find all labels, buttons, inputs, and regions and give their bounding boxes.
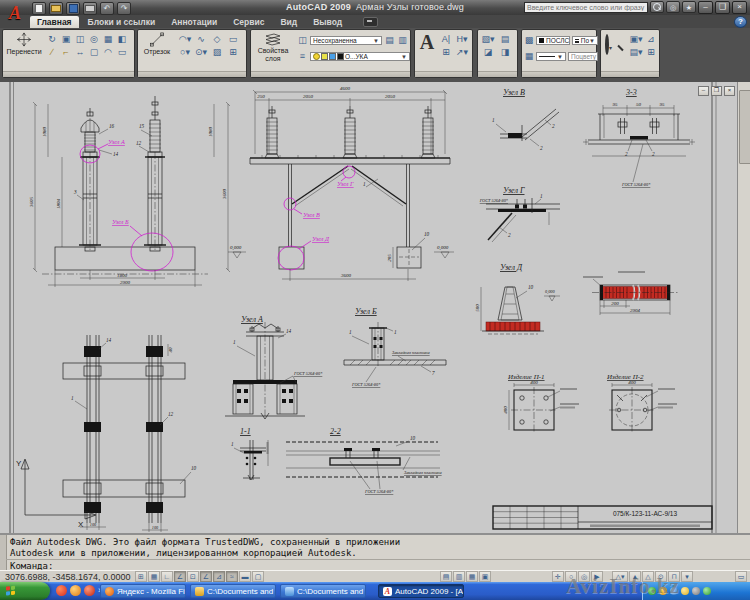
autocad-menu-browser-button[interactable]: A xyxy=(2,0,28,27)
osnap-toggle[interactable]: ⊡ xyxy=(187,571,199,582)
tab-bloki-i-ssylki[interactable]: Блоки и ссылки xyxy=(81,16,163,28)
tab-glavnaya[interactable]: Главная xyxy=(30,16,79,28)
tray-messenger-icon[interactable] xyxy=(681,587,689,595)
doc-close-button[interactable]: × xyxy=(724,86,735,96)
close-button[interactable]: × xyxy=(732,1,747,14)
polar-toggle[interactable]: ∠ xyxy=(174,571,186,582)
ducs-toggle[interactable]: ⊿ xyxy=(213,571,225,582)
scale-icon[interactable]: ▢ xyxy=(87,46,101,59)
linetype-icon[interactable]: ▦ xyxy=(524,50,534,63)
command-window-grip[interactable] xyxy=(0,535,7,572)
redo-button[interactable]: ↷ xyxy=(117,2,131,15)
volume-icon[interactable] xyxy=(692,587,700,595)
start-button[interactable] xyxy=(0,582,50,600)
save-button[interactable] xyxy=(66,2,80,15)
offset-icon[interactable]: ◎ xyxy=(87,33,101,46)
text-button[interactable]: A xyxy=(417,32,437,52)
pan-button[interactable]: ✛ xyxy=(552,571,564,582)
trim-icon[interactable]: ∕ xyxy=(45,46,59,59)
infocenter-search-input[interactable] xyxy=(524,2,648,13)
tab-vyvod[interactable]: Вывод xyxy=(306,16,349,28)
linetype-dropdown[interactable]: ▼ xyxy=(536,52,566,61)
layer-dropdown[interactable]: О...УКА ▼ xyxy=(310,52,410,61)
ellipse-icon[interactable]: ⊙▾ xyxy=(194,46,208,59)
layer-isolate-icon[interactable]: ▤ xyxy=(384,34,395,47)
spline-icon[interactable]: ∿ xyxy=(194,33,208,46)
taskbar-item-firefox[interactable]: Яндекс - Mozilla Firefox xyxy=(100,584,186,598)
quick-view-layouts-button[interactable]: ▦ xyxy=(466,571,478,582)
quick-launch-icon-2[interactable] xyxy=(70,585,81,596)
layout-button[interactable]: ▥ xyxy=(453,571,465,582)
explode-icon[interactable]: ▭ xyxy=(115,46,129,59)
zoom-button[interactable]: ▾ xyxy=(605,36,612,54)
block-editor-icon[interactable]: ◪ xyxy=(481,46,495,59)
layer-state-dropdown[interactable]: Несохраненна▼ xyxy=(310,36,382,45)
taskbar-item-explorer-2[interactable]: C:\Documents and Sett... xyxy=(280,584,366,598)
mirror-icon[interactable]: ◫ xyxy=(73,33,87,46)
maximize-button[interactable]: ❑ xyxy=(715,1,730,14)
zoom-button-status[interactable]: ○ xyxy=(565,571,577,582)
autoscale-button[interactable]: △ xyxy=(642,571,654,582)
text-style-icon[interactable]: A| xyxy=(439,33,453,46)
doc-minimize-button[interactable]: – xyxy=(698,86,709,96)
layer-unisolate-icon[interactable]: ▥ xyxy=(397,34,408,47)
region-icon[interactable]: ⊞ xyxy=(226,46,240,59)
new-file-button[interactable] xyxy=(32,2,46,15)
search-button[interactable] xyxy=(650,1,664,13)
plot-button[interactable] xyxy=(83,2,97,15)
annotation-scale-button[interactable]: △▾ xyxy=(612,571,628,582)
arc-icon[interactable]: ◠▾ xyxy=(178,33,192,46)
rectangle-icon[interactable]: ▭ xyxy=(226,33,240,46)
copy-clip-icon[interactable]: ▤▾ xyxy=(629,46,643,59)
undo-button[interactable]: ↶ xyxy=(100,2,114,15)
ortho-toggle[interactable]: ∟ xyxy=(161,571,173,582)
fillet-icon[interactable]: ◠ xyxy=(101,46,115,59)
stretch-icon[interactable]: ↔ xyxy=(73,46,87,59)
polygon-icon[interactable]: ◇ xyxy=(210,33,224,46)
table-icon[interactable]: ⊞ xyxy=(439,46,453,59)
tab-vid[interactable]: Вид xyxy=(273,16,304,28)
quick-calc-icon[interactable]: ⊞ xyxy=(644,46,658,59)
help-icon[interactable]: ? xyxy=(734,16,747,28)
match-properties-icon[interactable]: ▩ xyxy=(524,34,534,47)
tray-antivirus-icon[interactable] xyxy=(703,587,711,595)
dyn-toggle[interactable]: ≈ xyxy=(226,571,238,582)
workspace-button[interactable]: ⊙ xyxy=(655,571,667,582)
chamfer-icon[interactable]: ⌐ xyxy=(59,46,73,59)
command-window[interactable]: Файл Autodesk DWG. Это файл формата Trus… xyxy=(0,533,750,570)
otrack-toggle[interactable]: ∠ xyxy=(200,571,212,582)
rotate-icon[interactable]: ↻ xyxy=(45,33,59,46)
tray-network-icon[interactable] xyxy=(670,587,678,595)
doc-restore-button[interactable]: ❐ xyxy=(711,86,722,96)
drawing-canvas[interactable]: 3605 1080 1804 1080 3600 xyxy=(0,82,737,533)
tab-annotacii[interactable]: Аннотации xyxy=(164,16,224,28)
annotation-visibility-button[interactable]: ▲ xyxy=(629,571,641,582)
taskbar-item-explorer-1[interactable]: C:\Documents and Sett... xyxy=(190,584,276,598)
favorites-button[interactable]: ★ xyxy=(682,1,696,13)
line-button[interactable]: Отрезок xyxy=(140,32,174,55)
toolbar-lock-button[interactable]: ⊓ xyxy=(668,571,680,582)
qp-toggle[interactable]: ▢ xyxy=(252,571,264,582)
measure-icon[interactable]: ⊿ xyxy=(644,33,658,46)
copy-icon[interactable]: ▣ xyxy=(59,33,73,46)
model-button[interactable]: ▤ xyxy=(440,571,452,582)
minimize-button[interactable]: – xyxy=(698,1,713,14)
quick-launch-icon-3[interactable] xyxy=(84,585,95,596)
tray-shield-icon[interactable] xyxy=(648,587,656,595)
taskbar-item-autocad[interactable]: A AutoCAD 2009 - [Арм... xyxy=(378,584,464,598)
status-menu-chevron[interactable]: ▾ xyxy=(681,571,693,582)
vertical-scrollbar[interactable] xyxy=(737,82,750,533)
erase-icon[interactable]: ◧ xyxy=(115,33,129,46)
grid-toggle[interactable]: ▦ xyxy=(148,571,160,582)
scrollbar-thumb[interactable] xyxy=(739,90,750,164)
steeringwheel-button[interactable]: ◎ xyxy=(578,571,590,582)
open-file-button[interactable] xyxy=(49,2,63,15)
lineweight-dropdown[interactable]: По ▼ xyxy=(572,36,598,45)
coordinates-readout[interactable]: 3076.6988, -3458.1674, 0.0000 xyxy=(5,572,131,582)
hatch-icon[interactable]: ▨ xyxy=(210,46,224,59)
layer-list-icon[interactable]: ≡ xyxy=(297,50,308,63)
insert-block-icon[interactable]: ▧▾ xyxy=(481,33,495,46)
quick-launch-icon-1[interactable] xyxy=(56,585,67,596)
snap-toggle[interactable]: ⊞ xyxy=(135,571,147,582)
layer-properties-button[interactable]: Свойства слоя xyxy=(253,32,293,63)
